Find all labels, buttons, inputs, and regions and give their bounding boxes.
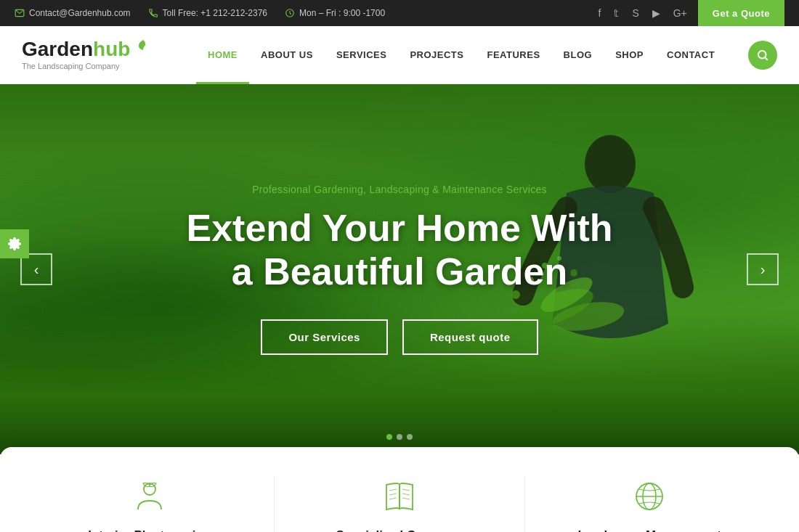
hours-item: Mon – Fri : 9:00 -1700 [285, 8, 385, 18]
get-quote-button[interactable]: Get a Quote [698, 0, 784, 26]
feature-title-1: Interior Plantscaping [88, 528, 211, 532]
company-icon [381, 478, 418, 515]
gear-icon [7, 237, 22, 251]
hero-buttons: Our Services Request quote [261, 319, 538, 355]
top-bar-right: f 𝕥 S ▶ G+ Get a Quote [596, 0, 785, 26]
svg-line-16 [389, 494, 397, 495]
feature-icon-1 [129, 476, 170, 517]
email-text: Contact@Gardenhub.com [29, 8, 131, 18]
phone-icon [148, 8, 158, 18]
nav-shop[interactable]: SHOP [604, 26, 655, 84]
email-item: Contact@Gardenhub.com [15, 8, 131, 18]
feature-icon-2 [379, 476, 420, 517]
top-bar-contact: Contact@Gardenhub.com Toll Free: +1 212-… [15, 8, 385, 18]
gear-float-button[interactable] [0, 229, 29, 258]
svg-line-19 [402, 494, 410, 495]
svg-line-18 [402, 489, 410, 491]
header: Gardenhub The Landscaping Company HOME A… [0, 26, 799, 84]
twitter-icon[interactable]: 𝕥 [614, 7, 619, 19]
phone-text: Toll Free: +1 212-212-2376 [163, 8, 267, 18]
googleplus-icon[interactable]: G+ [673, 7, 687, 19]
slider-dots [386, 434, 413, 440]
search-icon [756, 49, 769, 62]
features-bar: Interior Plantscaping Learn anywhere, an… [0, 447, 799, 532]
hero-content: Professional Gardening, Landscaping & Ma… [0, 84, 799, 454]
search-button[interactable] [748, 41, 777, 70]
our-services-button[interactable]: Our Services [261, 319, 388, 355]
feature-item-1: Interior Plantscaping Learn anywhere, an… [55, 476, 244, 532]
slider-next-button[interactable]: › [747, 253, 779, 285]
top-bar: Contact@Gardenhub.com Toll Free: +1 212-… [0, 0, 799, 26]
logo-name1: Garden [22, 38, 93, 60]
feature-divider-1 [274, 476, 275, 532]
feature-item-3: Landscape Management Learning together a… [555, 476, 744, 532]
svg-point-2 [758, 51, 766, 59]
svg-line-17 [389, 498, 397, 499]
feature-divider-2 [524, 476, 525, 532]
logo-text: Gardenhub [22, 39, 153, 60]
phone-item: Toll Free: +1 212-212-2376 [148, 8, 267, 18]
logo: Gardenhub The Landscaping Company [22, 39, 153, 70]
youtube-icon[interactable]: ▶ [652, 7, 660, 19]
svg-line-15 [389, 489, 397, 491]
feature-title-2: Specialized Company [336, 528, 463, 532]
svg-line-20 [402, 498, 410, 499]
nav-features[interactable]: FEATURES [475, 26, 551, 84]
plantscaping-icon [131, 478, 169, 515]
nav-home[interactable]: HOME [196, 26, 249, 84]
facebook-icon[interactable]: f [599, 7, 601, 19]
email-icon [15, 8, 25, 18]
hero-section: ‹ Professional Gardening, Landscaping & … [0, 84, 799, 454]
nav-projects[interactable]: PROJECTS [398, 26, 475, 84]
svg-line-3 [765, 57, 767, 60]
nav-contact[interactable]: CONTACT [655, 26, 726, 84]
dot-2[interactable] [397, 434, 402, 440]
nav-about[interactable]: ABOUT US [249, 26, 325, 84]
hero-title: Extend Your Home With a Beautiful Garden [174, 207, 625, 294]
skype-icon[interactable]: S [632, 7, 638, 19]
feature-title-3: Landscape Management [577, 528, 721, 532]
dot-1[interactable] [386, 434, 392, 440]
request-quote-button[interactable]: Request quote [402, 319, 538, 355]
main-nav: HOME ABOUT US SERVICES PROJECTS FEATURES… [196, 26, 748, 84]
clock-icon [285, 8, 295, 18]
logo-subtitle: The Landscaping Company [22, 62, 153, 70]
nav-services[interactable]: SERVICES [325, 26, 399, 84]
hours-text: Mon – Fri : 9:00 -1700 [299, 8, 385, 18]
logo-name2: hub [93, 38, 130, 60]
management-icon [630, 478, 668, 515]
dot-3[interactable] [407, 434, 413, 440]
leaf-icon [137, 39, 149, 51]
feature-item-2: Specialized Company No Excuse List is th… [305, 476, 494, 532]
feature-icon-3 [629, 476, 670, 517]
nav-blog[interactable]: BLOG [552, 26, 604, 84]
hero-subtitle: Professional Gardening, Landscaping & Ma… [252, 184, 547, 195]
